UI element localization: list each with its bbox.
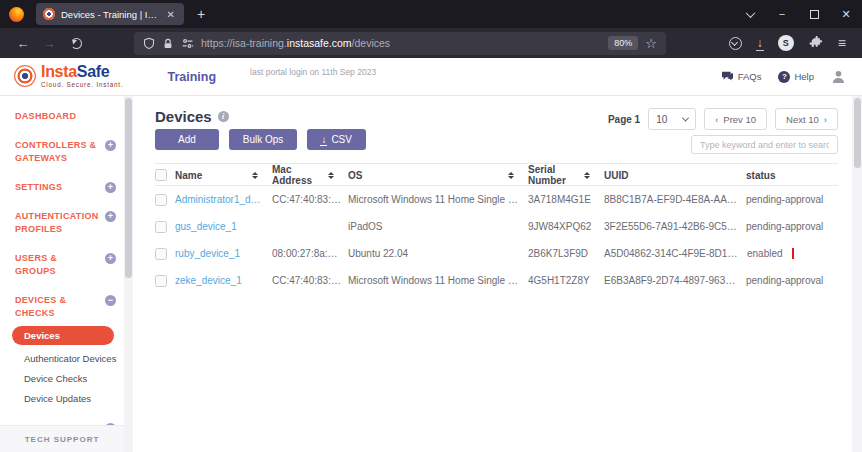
column-header-serial-number[interactable]: Serial Number [528,164,604,186]
sort-icon[interactable] [584,172,590,179]
row-checkbox[interactable] [155,248,167,260]
sidebar-item-authentication-profiles[interactable]: AUTHENTICATION PROFILES+ [0,210,124,236]
cell-status: pending-approval [746,194,838,205]
page-size-select[interactable]: 10 [648,108,696,130]
sidebar-item-label: CONTROLLERS & GATEWAYS [15,139,97,165]
column-header-os[interactable]: OS [348,170,528,181]
next-page-button[interactable]: Next 10› [775,108,838,130]
collapse-icon[interactable]: − [105,295,116,306]
add-button[interactable]: Add [155,129,219,150]
table-row: gus_device_1iPadOS9JW84XPQ623F2E55D6-7A9… [155,213,838,240]
sidebar-subitem-devices[interactable]: Devices [12,326,114,345]
sidebar-item-label: USERS & GROUPS [15,252,97,278]
firefox-view-icon[interactable] [9,7,24,22]
tab-close-icon[interactable]: ✕ [165,9,177,20]
sort-icon[interactable] [328,172,334,179]
table-row: zeke_device_1CC:47:40:83:20:00Microsoft … [155,267,838,294]
window-maximize-button[interactable] [798,0,830,28]
back-button[interactable]: ← [10,36,36,51]
sidebar-scrollbar-thumb[interactable] [125,98,132,278]
reload-button[interactable] [71,38,82,49]
downloads-icon[interactable]: ↓ [757,38,763,48]
tech-support-link[interactable]: TECH SUPPORT [0,425,124,452]
sidebar-item-controllers-gateways[interactable]: CONTROLLERS & GATEWAYS+ [0,139,124,165]
brand-safe: Safe [77,63,110,80]
tab-list-dropdown-icon[interactable] [734,0,766,28]
help-link[interactable]: ? Help [778,71,814,83]
expand-icon[interactable]: + [105,182,116,193]
column-header-label: Name [175,170,202,181]
cell-os: Microsoft Windows 11 Home Single Languag… [348,275,528,286]
address-bar[interactable]: https://isa-training.instasafe.com/devic… [134,32,666,55]
shield-icon[interactable] [143,37,155,50]
page-scrollbar-thumb[interactable] [854,98,861,168]
status-value: pending-approval [746,221,823,232]
brand-insta: Insta [41,63,77,80]
help-icon: ? [778,71,790,83]
sidebar-item-devices-checks[interactable]: DEVICES & CHECKS− [0,294,124,320]
portal-name: Training [167,70,216,84]
column-header-uuid: UUID [604,170,746,181]
browser-toolbar: ← → https://isa-training.instasafe.com/d… [0,28,862,58]
device-name-link[interactable]: ruby_device_1 [175,248,272,259]
device-name-link[interactable]: Administrator1_device_1 [175,194,272,205]
instasafe-logo[interactable]: InstaSafe Cloud. Secure. Instant. [14,64,123,88]
info-icon[interactable]: i [218,111,229,122]
cell-status: enabled [746,248,838,259]
sidebar-subitem-device-updates[interactable]: Device Updates [0,388,124,408]
row-checkbox[interactable] [155,221,167,233]
search-input[interactable] [691,135,838,154]
row-checkbox[interactable] [155,275,167,287]
forward-button[interactable]: → [36,36,62,51]
cell-uuid: 8B8C1B7A-EF9D-4E8A-AA3F-6C7F0C23D8E1 [604,194,746,205]
prev-page-button[interactable]: ‹Prev 10 [704,108,767,130]
device-name-link[interactable]: gus_device_1 [175,221,272,232]
column-header-label: Mac Address [272,164,328,186]
faqs-link[interactable]: FAQs [721,71,762,82]
expand-icon[interactable]: + [105,253,116,264]
cell-os: iPadOS [348,221,528,232]
sidebar-item-settings[interactable]: SETTINGS+ [0,181,124,194]
bookmark-star-icon[interactable]: ☆ [645,36,657,51]
sidebar-scrollbar[interactable] [124,96,133,452]
sidebar-subitem-device-checks[interactable]: Device Checks [0,368,124,388]
sidebar-subitem-authenticator-devices[interactable]: Authenticator Devices [0,348,124,368]
row-checkbox[interactable] [155,194,167,206]
permissions-icon[interactable] [181,37,194,50]
column-header-label: UUID [604,170,628,181]
sidebar-item-dashboard[interactable]: DASHBOARD [0,110,124,123]
bulk-ops-button[interactable]: Bulk Ops [229,129,298,150]
cell-mac: CC:47:40:83:20:00 [272,275,348,286]
extensions-puzzle-icon[interactable] [809,36,823,50]
sort-icon[interactable] [252,172,258,179]
extension-s-badge-icon[interactable]: S [778,35,794,51]
page-scrollbar[interactable] [852,96,862,452]
select-all-checkbox[interactable] [155,169,167,181]
device-name-link[interactable]: zeke_device_1 [175,275,272,286]
cell-mac: 08:00:27:8a:af:a9 [272,248,348,259]
instasafe-favicon-icon [43,8,55,20]
window-minimize-button[interactable]: − [766,0,798,28]
last-login-text: last portal login on 11th Sep 2023 [250,67,376,77]
lock-icon[interactable] [162,37,174,50]
sidebar-item-users-groups[interactable]: USERS & GROUPS+ [0,252,124,278]
csv-export-button[interactable]: ↓CSV [307,129,366,150]
cell-serial: 9JW84XPQ62 [528,221,604,232]
status-value: pending-approval [746,194,823,205]
expand-icon[interactable]: + [105,211,116,222]
window-close-button[interactable]: ✕ [830,0,862,28]
hamburger-menu-icon[interactable]: ≡ [838,35,846,51]
column-header-name[interactable]: Name [175,170,272,181]
page-title: Devices i [155,108,229,125]
expand-icon[interactable]: + [105,140,116,151]
column-header-mac-address[interactable]: Mac Address [272,164,348,186]
brand-tagline: Cloud. Secure. Instant. [41,82,123,88]
new-tab-button[interactable]: + [197,7,205,21]
sidebar: DASHBOARDCONTROLLERS & GATEWAYS+SETTINGS… [0,96,124,452]
cell-uuid: A5D04862-314C-4F9E-8D1F-9B0A6F7E2C8A [604,248,746,259]
pocket-icon[interactable] [729,37,742,50]
sort-icon[interactable] [508,172,514,179]
zoom-level-badge[interactable]: 80% [608,36,638,50]
user-avatar-icon[interactable] [831,69,846,84]
browser-tab[interactable]: Devices - Training | InstaSafe ✕ [36,3,184,25]
